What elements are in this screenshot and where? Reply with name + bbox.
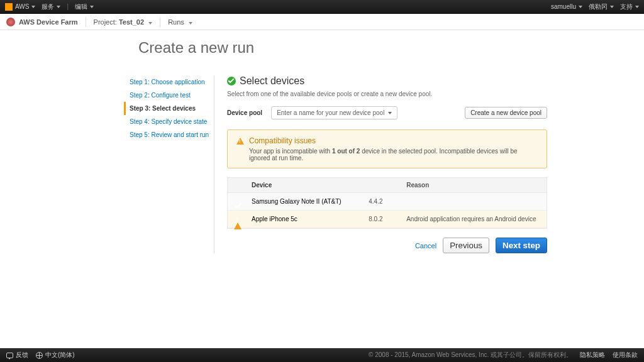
step-3[interactable]: Step 3: Select devices [124, 102, 214, 115]
main-panel: Select devices Select from one of the av… [214, 75, 553, 253]
runs-label: Runs [168, 18, 184, 26]
caret-down-icon [57, 6, 60, 8]
device-version: 4.4.2 [369, 198, 406, 205]
feedback-label: 反馈 [16, 351, 28, 359]
project-selector[interactable]: Project: Test_02 [94, 18, 153, 26]
caret-down-icon [31, 6, 35, 8]
device-farm-icon [6, 18, 15, 26]
step-2[interactable]: Step 2: Configure test [126, 89, 214, 102]
aws-home[interactable]: AWS [5, 3, 35, 11]
divider [160, 17, 160, 27]
previous-button[interactable]: Previous [443, 238, 489, 253]
device-farm-home[interactable]: AWS Device Farm [6, 18, 78, 26]
steps-sidebar: Step 1: Choose application Step 2: Confi… [126, 75, 214, 253]
section-subtitle: Select from one of the available device … [227, 90, 547, 97]
compatibility-alert: Compatibility issues Your app is incompa… [227, 129, 547, 168]
step-5[interactable]: Step 5: Review and start run [126, 128, 214, 141]
caret-down-icon [610, 6, 614, 8]
service-navbar: AWS Device Farm Project: Test_02 Runs [0, 14, 644, 30]
divider [86, 17, 86, 27]
warning-icon [236, 138, 244, 145]
global-footer: 反馈 中文(简体) © 2008 - 2015, Amazon Web Serv… [0, 348, 644, 362]
cancel-link[interactable]: Cancel [415, 242, 436, 250]
user-menu[interactable]: samuellu [551, 3, 582, 10]
terms-link[interactable]: 使用条款 [613, 351, 638, 359]
page-title: Create a new run [138, 39, 644, 57]
caret-down-icon [388, 112, 392, 114]
aws-cube-icon [5, 3, 13, 11]
region-menu[interactable]: 俄勒冈 [589, 3, 614, 11]
step-1[interactable]: Step 1: Choose application [126, 75, 214, 89]
device-pool-placeholder: Enter a name for your new device pool [277, 109, 384, 116]
device-pool-select[interactable]: Enter a name for your new device pool [271, 106, 397, 119]
devices-table: Device Reason Samsung Galaxy Note II (AT… [227, 177, 547, 229]
services-menu[interactable]: 服务 [42, 3, 60, 11]
create-device-pool-button[interactable]: Create a new device pool [465, 107, 547, 119]
globe-icon [36, 352, 43, 359]
edit-label: 编辑 [75, 3, 87, 11]
support-menu[interactable]: 支持 [620, 3, 639, 11]
project-prefix: Project: [94, 18, 119, 26]
global-topbar: AWS 服务 | 编辑 samuellu 俄勒冈 支持 [0, 0, 644, 14]
check-circle-icon [227, 77, 236, 85]
chat-bubble-icon [6, 353, 13, 358]
device-name: Apple iPhone 5c [252, 216, 369, 222]
caret-down-icon [189, 22, 192, 25]
device-name: Samsung Galaxy Note II (AT&T) [252, 198, 369, 205]
section-title: Select devices [227, 75, 547, 87]
caret-down-icon [90, 6, 94, 8]
table-row: Samsung Galaxy Note II (AT&T) 4.4.2 [228, 193, 547, 211]
section-title-text: Select devices [240, 75, 304, 87]
step-4[interactable]: Step 4: Specify device state [126, 115, 214, 128]
caret-down-icon [148, 22, 152, 25]
caret-down-icon [635, 6, 639, 8]
runs-menu[interactable]: Runs [168, 18, 192, 26]
aws-brand-label: AWS [15, 3, 29, 10]
copyright: © 2008 - 2015, Amazon Web Services, Inc.… [369, 351, 572, 359]
caret-down-icon [579, 6, 582, 8]
table-header: Device Reason [228, 178, 547, 193]
header-reason: Reason [406, 182, 540, 189]
privacy-link[interactable]: 隐私策略 [580, 351, 605, 359]
device-pool-label: Device pool [227, 109, 262, 116]
wizard-actions: Cancel Previous Next step [227, 238, 547, 253]
support-label: 支持 [620, 3, 633, 11]
alert-title: Compatibility issues [249, 136, 316, 145]
alert-body: Your app is incompatible with 1 out of 2… [236, 148, 538, 162]
feedback-link[interactable]: 反馈 [6, 351, 28, 359]
device-version: 8.0.2 [369, 216, 406, 222]
table-row: Apple iPhone 5c 8.0.2 Android applicatio… [228, 211, 547, 228]
status-warn-icon [234, 216, 242, 229]
next-step-button[interactable]: Next step [496, 238, 547, 253]
language-selector[interactable]: 中文(简体) [36, 351, 75, 359]
services-label: 服务 [42, 3, 54, 11]
language-label: 中文(简体) [45, 351, 75, 359]
project-name: Test_02 [119, 18, 144, 26]
product-name: AWS Device Farm [19, 18, 78, 26]
user-label: samuellu [551, 3, 576, 10]
edit-menu[interactable]: 编辑 [75, 3, 94, 11]
device-pool-row: Device pool Enter a name for your new de… [227, 106, 547, 119]
region-label: 俄勒冈 [589, 3, 608, 11]
device-reason: Android application requires an Android … [406, 216, 540, 222]
header-device: Device [252, 182, 369, 189]
